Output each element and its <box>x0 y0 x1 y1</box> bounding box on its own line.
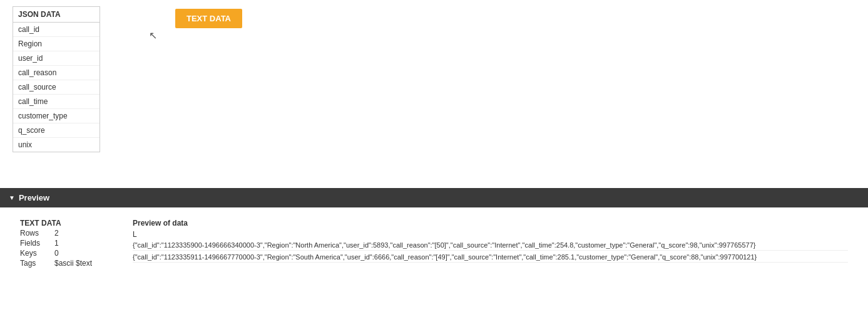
preview-data-row: {"call_id":"1123335900-1496666340000-3",… <box>133 241 848 251</box>
json-fields-list: call_idRegionuser_idcall_reasoncall_sour… <box>13 23 100 152</box>
keys-label: Keys <box>20 249 48 258</box>
json-data-box: JSON DATA call_idRegionuser_idcall_reaso… <box>13 6 100 152</box>
preview-chevron-icon: ▼ <box>9 194 15 201</box>
json-data-header: JSON DATA <box>13 7 100 23</box>
json-field-item: q_score <box>13 123 100 138</box>
text-data-label: TEXT DATA <box>20 219 61 228</box>
json-field-item: call_source <box>13 80 100 95</box>
top-section: JSON DATA call_idRegionuser_idcall_reaso… <box>0 0 868 188</box>
fields-row: Fields 1 <box>20 239 120 248</box>
json-field-item: call_time <box>13 95 100 109</box>
keys-row: Keys 0 <box>20 249 120 258</box>
json-field-item: call_id <box>13 23 100 37</box>
preview-of-data-label: Preview of data <box>133 219 848 228</box>
preview-data-rows: {"call_id":"1123335900-1496666340000-3",… <box>133 241 848 263</box>
preview-left-meta: TEXT DATA Rows 2 Fields 1 Keys 0 Tags $a… <box>20 219 120 269</box>
fields-label: Fields <box>20 239 48 248</box>
tags-value: $ascii $text <box>54 259 92 268</box>
keys-value: 0 <box>54 249 59 258</box>
preview-structure-label: L <box>133 230 848 239</box>
rows-row: Rows 2 <box>20 229 120 238</box>
fields-value: 1 <box>54 239 59 248</box>
rows-value: 2 <box>54 229 59 238</box>
json-field-item: unix <box>13 138 100 152</box>
text-data-label-row: TEXT DATA <box>20 219 120 228</box>
text-data-button[interactable]: TEXT DATA <box>175 9 242 28</box>
tags-row: Tags $ascii $text <box>20 259 120 268</box>
json-field-item: customer_type <box>13 109 100 123</box>
preview-bar: ▼ Preview <box>0 188 868 207</box>
preview-label: Preview <box>19 193 49 202</box>
json-field-item: call_reason <box>13 66 100 80</box>
preview-content: TEXT DATA Rows 2 Fields 1 Keys 0 Tags $a… <box>0 207 868 280</box>
bottom-layout: TEXT DATA Rows 2 Fields 1 Keys 0 Tags $a… <box>10 214 858 274</box>
json-field-item: user_id <box>13 51 100 66</box>
rows-label: Rows <box>20 229 48 238</box>
preview-data-row: {"call_id":"1123335911-1496667770000-3",… <box>133 253 848 263</box>
json-field-item: Region <box>13 37 100 51</box>
cursor-indicator: ↖ <box>149 29 157 41</box>
preview-right-section: Preview of data L {"call_id":"1123335900… <box>133 219 848 263</box>
tags-label: Tags <box>20 259 48 268</box>
